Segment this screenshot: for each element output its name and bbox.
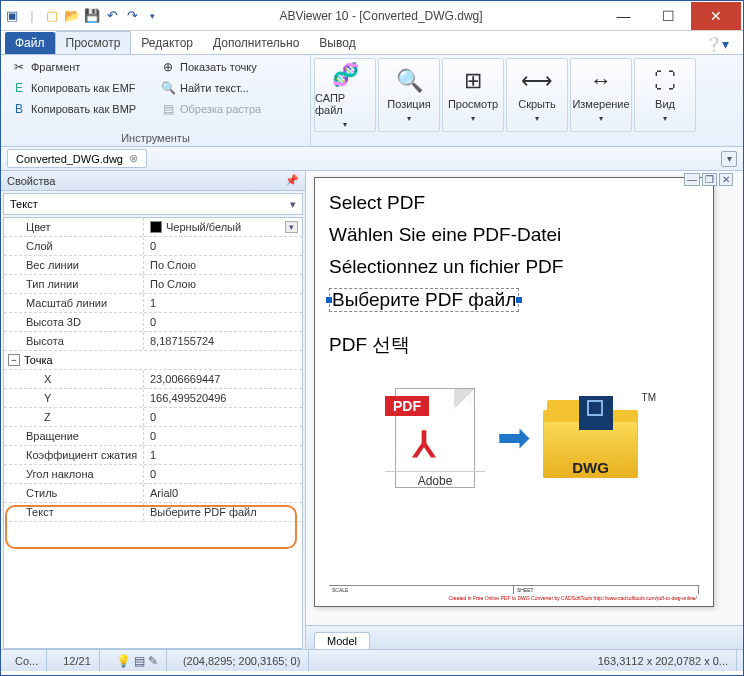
status-size: 163,3112 x 202,0782 x 0...	[590, 650, 737, 671]
window-title: ABViewer 10 - [Converted_DWG.dwg]	[161, 9, 601, 23]
chevron-down-icon[interactable]: ▾	[285, 221, 298, 233]
btn-copy-emf[interactable]: EКопировать как EMF	[7, 78, 155, 98]
tab-file[interactable]: Файл	[5, 32, 55, 54]
tab-extra[interactable]: Дополнительно	[203, 32, 309, 54]
close-button[interactable]: ✕	[691, 2, 741, 30]
frame-sheet: SHEET	[514, 586, 699, 594]
drawing-canvas[interactable]: Select PDF Wählen Sie eine PDF-Datei Sél…	[314, 177, 714, 607]
object-type-dropdown[interactable]: Текст ▾	[3, 193, 303, 215]
prop-color-value[interactable]: Черный/белый▾	[144, 218, 302, 236]
btn-view[interactable]: ⊞Просмотр▾	[442, 58, 504, 132]
model-tab[interactable]: Model	[314, 632, 370, 649]
expand-icon: ⛶	[654, 68, 676, 94]
help-icon[interactable]: ❔▾	[699, 34, 735, 54]
btn-fragment[interactable]: ✂Фрагмент	[7, 57, 155, 77]
prop-height-value[interactable]: 8,187155724	[144, 332, 302, 350]
prop-color-label: Цвет	[4, 218, 144, 236]
bulb-icon[interactable]: 💡	[116, 654, 131, 668]
prop-linescale-value[interactable]: 1	[144, 294, 302, 312]
prop-x-value[interactable]: 23,006669447	[144, 370, 302, 388]
frame-scale: SCALE	[329, 586, 514, 594]
prop-linetype-label: Тип линии	[4, 275, 144, 293]
canvas-text-selected[interactable]: Выберите PDF файл	[329, 288, 519, 312]
prop-group-point[interactable]: −Точка	[4, 351, 302, 370]
prop-style-value[interactable]: Arial0	[144, 484, 302, 502]
canvas-close-icon[interactable]: ✕	[719, 173, 733, 186]
chevron-down-icon: ▾	[407, 114, 411, 123]
prop-lineweight-value[interactable]: По Слою	[144, 256, 302, 274]
prop-y-value[interactable]: 166,499520496	[144, 389, 302, 407]
tab-editor[interactable]: Редактор	[131, 32, 203, 54]
pin-icon[interactable]: 📌	[285, 174, 299, 187]
canvas-text-2: Wählen Sie eine PDF-Datei	[329, 224, 699, 246]
prop-x-label: X	[4, 370, 144, 388]
prop-layer-value[interactable]: 0	[144, 237, 302, 255]
arrow-icon: ➡	[497, 414, 531, 460]
prop-oblique-value[interactable]: 0	[144, 465, 302, 483]
btn-vid[interactable]: ⛶Вид▾	[634, 58, 696, 132]
prop-widthfactor-value[interactable]: 1	[144, 446, 302, 464]
btn-copy-bmp[interactable]: BКопировать как BMP	[7, 99, 155, 119]
canvas-window-controls: — ❐ ✕	[684, 173, 733, 186]
qat-dropdown-icon[interactable]: ▾	[143, 7, 161, 25]
prop-z-value[interactable]: 0	[144, 408, 302, 426]
prop-height3d-value[interactable]: 0	[144, 313, 302, 331]
maximize-button[interactable]: ☐	[646, 2, 691, 30]
pencil-icon[interactable]: ✎	[148, 654, 158, 668]
qat-open-icon[interactable]: 📂	[63, 7, 81, 25]
copy-emf-label: Копировать как EMF	[31, 82, 136, 94]
qat-save-icon[interactable]: 💾	[83, 7, 101, 25]
minimize-button[interactable]: —	[601, 2, 646, 30]
prop-linetype-value[interactable]: По Слою	[144, 275, 302, 293]
fragment-label: Фрагмент	[31, 61, 80, 73]
tab-view[interactable]: Просмотр	[55, 31, 132, 54]
chevron-down-icon: ▾	[535, 114, 539, 123]
chevron-down-icon: ▾	[599, 114, 603, 123]
group-tools-label: Инструменты	[7, 130, 304, 146]
chevron-down-icon: ▾	[663, 114, 667, 123]
btn-position[interactable]: 🔍Позиция▾	[378, 58, 440, 132]
btn-measure[interactable]: ↔Измерение▾	[570, 58, 632, 132]
qat-redo-icon[interactable]: ↷	[123, 7, 141, 25]
collapse-icon[interactable]: −	[8, 354, 20, 366]
pos-label: Позиция	[387, 98, 431, 110]
canvas-text-1: Select PDF	[329, 192, 699, 214]
prop-layer-label: Слой	[4, 237, 144, 255]
tab-output[interactable]: Вывод	[309, 32, 365, 54]
chevron-down-icon: ▾	[290, 198, 296, 211]
prop-z-label: Z	[4, 408, 144, 426]
qat-new-icon[interactable]: ▢	[43, 7, 61, 25]
layers-icon[interactable]: ▤	[134, 654, 145, 668]
properties-panel-title: Свойства 📌	[1, 171, 305, 191]
canvas-text-5: PDF 선택	[329, 332, 699, 358]
canvas-text-3: Sélectionnez un fichier PDF	[329, 256, 699, 278]
copy-bmp-label: Копировать как BMP	[31, 103, 136, 115]
grid-icon: ⊞	[464, 68, 482, 94]
status-coords: (204,8295; 200,3165; 0)	[175, 650, 309, 671]
btn-cad-file[interactable]: 🧬САПР файл▾	[314, 58, 376, 132]
qat-cube-icon[interactable]: ▣	[3, 7, 21, 25]
vid-label: Вид	[655, 98, 675, 110]
fragment-icon: ✂	[11, 59, 27, 75]
measure-label: Измерение	[572, 98, 629, 110]
cad-label: САПР файл	[315, 92, 375, 116]
pdf-icon: PDF ⅄ Adobe	[385, 382, 485, 492]
dwg-icon: TM DWG	[543, 382, 643, 492]
btn-find-text[interactable]: 🔍Найти текст...	[156, 78, 304, 98]
chevron-down-icon: ▾	[343, 120, 347, 129]
pdf-bar-label: PDF	[385, 396, 429, 416]
prop-text-value[interactable]: Выберите PDF файл	[144, 503, 302, 521]
canvas-restore-icon[interactable]: ❐	[702, 173, 717, 186]
btn-show-point[interactable]: ⊕Показать точку	[156, 57, 304, 77]
doc-tab-close-icon[interactable]: ⊗	[129, 152, 138, 165]
canvas-min-icon[interactable]: —	[684, 173, 700, 186]
prop-oblique-label: Угол наклона	[4, 465, 144, 483]
btn-hide[interactable]: ⟷Скрыть▾	[506, 58, 568, 132]
tabbar-menu-button[interactable]: ▾	[721, 151, 737, 167]
qat-undo-icon[interactable]: ↶	[103, 7, 121, 25]
prop-rotation-label: Вращение	[4, 427, 144, 445]
prop-rotation-value[interactable]: 0	[144, 427, 302, 445]
hide-label: Скрыть	[518, 98, 556, 110]
document-tab[interactable]: Converted_DWG.dwg ⊗	[7, 149, 147, 168]
show-point-label: Показать точку	[180, 61, 257, 73]
